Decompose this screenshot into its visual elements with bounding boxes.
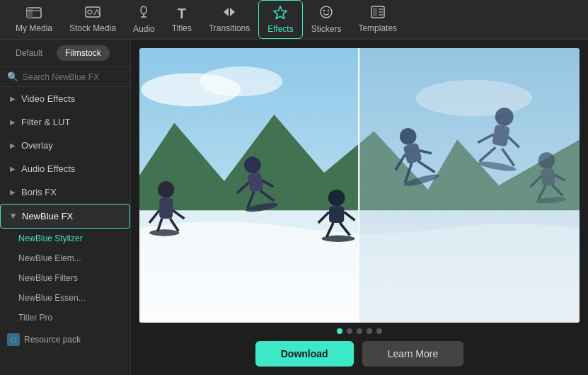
search-bar: 🔍 [0, 67, 130, 87]
svg-point-10 [328, 10, 329, 11]
preview-area [139, 48, 580, 323]
svg-marker-7 [274, 6, 287, 19]
audio-icon [137, 5, 150, 21]
sidebar-item-boris-fx[interactable]: ▶ Boris FX [0, 180, 130, 204]
nav-item-templates[interactable]: Templates [350, 1, 405, 38]
sub-item-label: NewBlue Stylizer [18, 233, 83, 243]
carousel-dot-4[interactable] [367, 328, 372, 334]
stickers-icon [319, 5, 333, 21]
main-layout: Default Filmstock 🔍 ▶ Video Effects ▶ Fi… [0, 40, 588, 375]
sidebar-item-overlay[interactable]: ▶ Overlay [0, 134, 130, 157]
sidebar-sub-item-essen[interactable]: NewBlue Essen... [0, 288, 130, 308]
nav-label-templates: Templates [358, 23, 397, 33]
sub-item-label: NewBlue Essen... [18, 293, 86, 303]
arrow-icon: ▶ [10, 165, 16, 173]
filter-default-button[interactable]: Default [7, 45, 51, 61]
sidebar-sub-item-stylizer[interactable]: NewBlue Stylizer [0, 229, 130, 248]
filter-filmstock-button[interactable]: Filmstock [57, 45, 110, 61]
svg-point-9 [323, 10, 325, 11]
nav-label-audio: Audio [133, 24, 155, 34]
resource-pack-label: Resource pack [24, 335, 81, 345]
templates-icon [371, 6, 385, 21]
sub-item-label: Titler Pro [18, 313, 52, 323]
sidebar-item-label: Audio Effects [21, 163, 75, 174]
nav-label-stickers: Stickers [311, 24, 342, 34]
arrow-icon: ▶ [10, 214, 18, 219]
svg-rect-24 [159, 198, 173, 219]
content-area: Download Learn More [131, 40, 588, 375]
titles-icon: T [178, 6, 186, 21]
svg-rect-1 [27, 8, 33, 18]
sidebar-sub-item-elem[interactable]: NewBlue Elem... [0, 248, 130, 268]
nav-label-stock-media: Stock Media [69, 23, 116, 33]
action-buttons: Download Learn More [255, 341, 463, 367]
sidebar-filter-bar: Default Filmstock [0, 40, 130, 67]
search-icon: 🔍 [7, 71, 18, 82]
top-navigation: My Media Stock Media Audio T Titles [0, 0, 588, 40]
carousel-dots [337, 328, 382, 334]
svg-point-18 [200, 67, 283, 96]
stock-media-icon [85, 6, 100, 21]
resource-pack-item[interactable]: ⬡ Resource pack [0, 328, 130, 352]
nav-label-titles: Titles [172, 23, 192, 33]
sub-item-label: NewBlue Filters [18, 273, 78, 283]
nav-label-transitions: Transitions [209, 23, 250, 33]
sidebar-item-audio-effects[interactable]: ▶ Audio Effects [0, 157, 130, 180]
arrow-icon: ▶ [10, 118, 16, 126]
sidebar-sub-item-titler-pro[interactable]: Titler Pro [0, 308, 130, 328]
nav-item-audio[interactable]: Audio [125, 1, 163, 38]
nav-label-my-media: My Media [16, 23, 52, 33]
arrow-icon: ▶ [10, 95, 16, 103]
carousel-dot-5[interactable] [376, 328, 382, 334]
my-media-icon [26, 6, 42, 21]
arrow-icon: ▶ [10, 142, 16, 149]
sidebar-item-filter-lut[interactable]: ▶ Filter & LUT [0, 110, 130, 134]
nav-item-stock-media[interactable]: Stock Media [61, 1, 125, 38]
svg-point-37 [328, 190, 345, 207]
carousel-dot-2[interactable] [347, 328, 352, 334]
svg-point-23 [158, 181, 175, 198]
nav-label-effects: Effects [267, 24, 293, 34]
sidebar-item-label: Overlay [21, 140, 53, 151]
transitions-icon [221, 6, 237, 21]
sidebar-item-newblue-fx[interactable]: ▶ NewBlue FX [0, 204, 130, 229]
sidebar-item-label: NewBlue FX [22, 211, 73, 221]
resource-pack-icon: ⬡ [7, 333, 20, 346]
effects-icon [272, 5, 288, 21]
svg-rect-38 [329, 206, 344, 223]
svg-point-43 [322, 236, 355, 242]
sidebar-item-label: Video Effects [21, 93, 75, 104]
sidebar-item-label: Boris FX [21, 187, 57, 197]
svg-point-8 [321, 6, 332, 18]
sub-item-label: NewBlue Elem... [18, 253, 81, 263]
arrow-icon: ▶ [10, 188, 16, 196]
carousel-dot-3[interactable] [357, 328, 362, 334]
svg-rect-61 [541, 168, 555, 186]
learn-more-button[interactable]: Learn More [362, 341, 464, 367]
nav-item-my-media[interactable]: My Media [7, 1, 61, 38]
nav-item-stickers[interactable]: Stickers [303, 1, 350, 38]
svg-rect-12 [373, 8, 377, 16]
carousel-dot-1[interactable] [337, 328, 342, 334]
nav-item-effects[interactable]: Effects [258, 0, 302, 39]
svg-point-4 [88, 10, 92, 14]
download-button[interactable]: Download [255, 341, 354, 367]
sidebar: Default Filmstock 🔍 ▶ Video Effects ▶ Fi… [0, 40, 131, 375]
search-input[interactable] [23, 72, 123, 82]
sidebar-sub-item-filters[interactable]: NewBlue Filters [0, 268, 130, 288]
scene [139, 48, 580, 323]
svg-point-29 [149, 229, 179, 236]
nav-item-transitions[interactable]: Transitions [200, 1, 258, 38]
sidebar-item-label: Filter & LUT [21, 117, 70, 127]
sidebar-item-video-effects[interactable]: ▶ Video Effects [0, 87, 130, 110]
nav-item-titles[interactable]: T Titles [163, 2, 200, 38]
